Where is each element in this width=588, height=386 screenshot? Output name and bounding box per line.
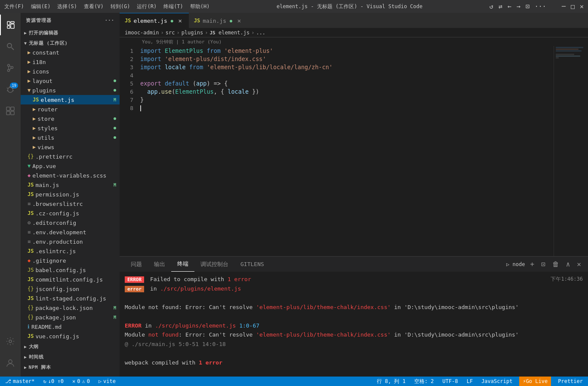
menu-file[interactable]: 文件(F) <box>4 3 24 10</box>
errors-item[interactable]: ✕ 0 ⚠ 0 <box>71 377 92 386</box>
tab-element-js[interactable]: JS element.js ● ✕ <box>120 13 189 28</box>
folder-constant[interactable]: ▶ constant <box>21 48 120 57</box>
forward-icon[interactable]: → <box>517 3 520 10</box>
file-permission-js[interactable]: JS permission.js <box>21 190 120 199</box>
tab-close-button[interactable]: ✕ <box>236 17 243 24</box>
npm-header[interactable]: ▶ NPM 脚本 <box>21 362 120 372</box>
menu-edit[interactable]: 编辑(E) <box>31 3 51 10</box>
history-icon[interactable]: ↺ <box>489 3 493 10</box>
terminal-content[interactable]: ERROR Failed to compile with 1 error 下午1… <box>120 272 588 377</box>
file-package-json[interactable]: {} package.json M <box>21 312 120 322</box>
prettier-item[interactable]: Prettier <box>556 377 585 386</box>
svg-rect-0 <box>7 21 10 25</box>
file-eslintrc[interactable]: JS .eslintrc.js <box>21 246 120 256</box>
file-element-variables[interactable]: ◆ element-variables.scss <box>21 171 120 180</box>
tab-output[interactable]: 输出 <box>148 257 171 272</box>
file-label: .cz-config.js <box>35 210 116 217</box>
maximize-button[interactable]: □ <box>571 3 575 10</box>
vite-item[interactable]: ▷ vite <box>97 377 117 386</box>
file-main-js[interactable]: JS main.js M <box>21 180 120 190</box>
activity-extensions[interactable] <box>0 101 21 121</box>
folder-i18n[interactable]: ▶ i18n <box>21 57 120 67</box>
sidebar-more-icon[interactable]: ··· <box>105 18 114 23</box>
activity-settings[interactable] <box>0 331 21 352</box>
file-commitlint[interactable]: JS commitlint.config.js <box>21 275 120 284</box>
folder-styles[interactable]: ▶ styles <box>21 123 120 133</box>
menu-terminal[interactable]: 终端(T) <box>163 3 183 10</box>
file-label: .eslintrc.js <box>35 248 116 254</box>
menu-view[interactable]: 查看(V) <box>84 3 104 10</box>
tab-terminal[interactable]: 终端 <box>171 257 194 272</box>
tab-debug-console[interactable]: 调试控制台 <box>194 257 234 272</box>
folder-views[interactable]: ▶ views <box>21 142 120 152</box>
folder-plugins[interactable]: ▼ plugins <box>21 86 120 95</box>
file-package-lock[interactable]: {} package-lock.json M <box>21 303 120 312</box>
folder-layout[interactable]: ▶ layout <box>21 76 120 86</box>
menu-select[interactable]: 选择(S) <box>57 3 77 10</box>
file-prettierrc[interactable]: {} .prettierrc <box>21 152 120 161</box>
branch-item[interactable]: ⎇ master* <box>3 377 37 386</box>
tab-close-button[interactable]: ✕ <box>177 17 184 24</box>
workspace-header[interactable]: ▼ 无标题 (工作区) <box>21 38 120 48</box>
line-ending-item[interactable]: LF <box>465 377 474 386</box>
breadcrumb-item[interactable]: src <box>166 30 175 36</box>
encoding-item[interactable]: UTF-8 <box>441 377 460 386</box>
tab-main-js[interactable]: JS main.js ● ✕ <box>189 13 248 28</box>
activity-debug[interactable]: 19 <box>0 79 21 100</box>
outline-header[interactable]: ▶ 大纲 <box>21 342 120 351</box>
activity-explorer[interactable] <box>0 15 21 35</box>
position-item[interactable]: 行 8, 列 1 <box>375 377 407 386</box>
close-button[interactable]: ✕ <box>580 3 584 10</box>
open-editors-header[interactable]: ▶ 打开的编辑器 <box>21 28 120 37</box>
terminal-kill-button[interactable]: 🗑 <box>551 259 561 269</box>
menu-help[interactable]: 帮助(H) <box>190 3 210 10</box>
file-babel-config[interactable]: JS babel.config.js <box>21 265 120 275</box>
breadcrumb-item[interactable]: imooc-admin <box>125 30 159 36</box>
terminal-maximize-button[interactable]: ∧ <box>564 259 572 269</box>
file-browserslistrc[interactable]: ≡ .browserslistrc <box>21 199 120 208</box>
terminal-split-button[interactable]: ⊡ <box>539 259 547 269</box>
file-readme[interactable]: ℹ README.md <box>21 322 120 331</box>
file-gitignore[interactable]: ◆ .gitignore <box>21 256 120 265</box>
breadcrumb-item[interactable]: plugins <box>182 30 203 36</box>
file-label: commitlint.config.js <box>35 276 116 283</box>
menu-goto[interactable]: 转到(G) <box>111 3 130 10</box>
folder-router[interactable]: ▶ router <box>21 104 120 114</box>
terminal-close-button[interactable]: ✕ <box>575 259 583 269</box>
more-icon[interactable]: ··· <box>535 3 546 10</box>
language-item[interactable]: JavaScript <box>480 377 514 386</box>
file-env-prod[interactable]: ≡ .env.production <box>21 237 120 246</box>
back-icon[interactable]: ← <box>508 3 511 10</box>
split-icon[interactable]: ⊡ <box>526 3 530 10</box>
git-blame-bar: You, 9分钟前 | 1 author (You) <box>120 37 588 46</box>
file-cz-config[interactable]: JS .cz-config.js <box>21 208 120 218</box>
code-content[interactable]: import ElementPlus from 'element-plus' i… <box>137 46 554 256</box>
file-vue-config[interactable]: JS vue.config.js <box>21 331 120 341</box>
terminal-add-button[interactable]: + <box>528 259 536 269</box>
tab-gitlens[interactable]: GITLENS <box>234 257 270 272</box>
activity-account[interactable] <box>0 352 21 373</box>
file-lint-staged[interactable]: JS lint-staged.config.js <box>21 294 120 303</box>
svg-line-15 <box>13 88 14 89</box>
sync-item[interactable]: ↻ ↓0 ↑0 <box>42 377 65 386</box>
folder-utils[interactable]: ▶ utils <box>21 133 120 142</box>
file-jsconfig[interactable]: {} jsconfig.json <box>21 284 120 294</box>
activity-source-control[interactable] <box>0 58 21 78</box>
spaces-item[interactable]: 空格: 2 <box>413 377 436 386</box>
tab-problems[interactable]: 问题 <box>125 257 148 272</box>
folder-store[interactable]: ▶ store <box>21 114 120 123</box>
file-app-vue[interactable]: ▼ App.vue <box>21 161 120 171</box>
activity-search[interactable] <box>0 36 21 57</box>
breadcrumb-item[interactable]: ... <box>256 30 265 36</box>
menu-run[interactable]: 运行(R) <box>137 3 157 10</box>
timeline-header[interactable]: ▶ 时间线 <box>21 352 120 361</box>
code-editor[interactable]: 1 2 3 4 5 6 7 8 import ElementPlus from … <box>120 46 588 256</box>
swap-icon[interactable]: ⇄ <box>499 3 502 10</box>
minimize-button[interactable]: ─ <box>562 3 566 10</box>
folder-icons[interactable]: ▶ icons <box>21 67 120 76</box>
go-live-button[interactable]: ⚡ Go Live <box>519 377 551 386</box>
file-editorconfig[interactable]: ⚙ .editorconfig <box>21 218 120 227</box>
file-element-js[interactable]: JS element.js M <box>21 95 120 104</box>
breadcrumb-item[interactable]: JS element.js <box>209 30 249 36</box>
file-env-dev[interactable]: ≡ .env.development <box>21 227 120 237</box>
